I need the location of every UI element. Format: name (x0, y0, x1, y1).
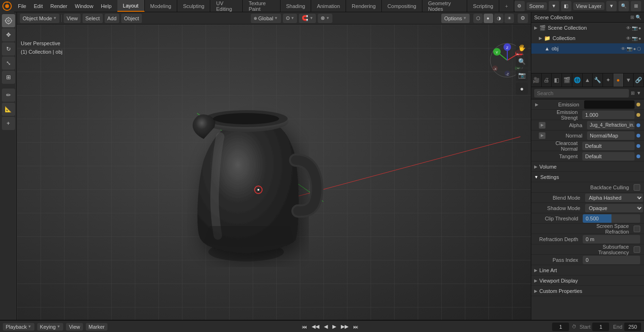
view-layer-icon[interactable]: ◧ (561, 1, 571, 11)
pivot-point[interactable]: ⊙▼ (283, 14, 297, 23)
wireframe-shading[interactable]: ⬡ (473, 14, 483, 23)
alpha-value[interactable]: Jug_4_Refraction_in... (587, 121, 635, 130)
menu-window[interactable]: Window (71, 0, 97, 12)
camera-icon-btn[interactable]: 📷 (516, 69, 528, 81)
move-tool[interactable]: ✥ (2, 28, 15, 41)
current-frame[interactable]: 1 (552, 323, 569, 331)
tab-texture-paint[interactable]: Texture Paint (243, 0, 280, 12)
outliner-row-collection[interactable]: ▶ 📁 Collection 👁 📷 ● (531, 33, 644, 43)
scale-tool[interactable]: ⤡ (2, 57, 15, 70)
tab-shading[interactable]: Shading (281, 0, 311, 12)
prev-keyframe-btn[interactable]: ◀◀ (310, 323, 321, 331)
backface-toggle[interactable] (634, 184, 640, 191)
props-object-icon[interactable]: ▲ (583, 73, 593, 87)
props-output-icon[interactable]: 🖨 (542, 73, 552, 87)
custom-props-section[interactable]: ▶ Custom Properties (531, 286, 644, 296)
tab-sculpting[interactable]: Sculpting (177, 0, 210, 12)
proportional-editing[interactable]: ⊗▼ (318, 14, 332, 23)
measure-tool[interactable]: 📐 (2, 103, 15, 116)
filter-icon[interactable]: ⊞ (631, 1, 641, 11)
material-preview-icon[interactable]: ● (516, 82, 528, 95)
cursor-tool[interactable] (2, 14, 15, 27)
outliner-filter-icon[interactable]: ⊞ (630, 15, 634, 20)
scene-selector-icon[interactable]: ⚙ (514, 1, 525, 11)
play-btn[interactable]: ▶ (330, 323, 338, 331)
outliner-eye-icon[interactable]: 👁 (626, 25, 631, 31)
tab-animation[interactable]: Animation (311, 0, 346, 12)
next-frame-btn[interactable]: ▶▶ (339, 323, 350, 331)
props-render-icon[interactable]: 🎥 (531, 73, 542, 87)
scene-name[interactable]: Scene (527, 2, 547, 10)
props-material-icon[interactable]: ● (613, 73, 624, 87)
line-art-section[interactable]: ▶ Line Art (531, 265, 644, 275)
properties-search[interactable] (534, 89, 629, 97)
viewport-display-section[interactable]: ▶ Viewport Display (531, 275, 644, 286)
clip-threshold-value[interactable]: 0.500 (583, 214, 640, 223)
marker-menu[interactable]: Marker (86, 323, 107, 331)
emission-value[interactable] (584, 100, 635, 109)
viewport-object-menu[interactable]: Object (121, 14, 142, 23)
menu-file[interactable]: File (14, 0, 30, 12)
start-frame[interactable]: 1 (592, 323, 609, 331)
zoom-icon[interactable]: 🔍 (516, 55, 528, 67)
settings-section[interactable]: ▼ Settings (531, 172, 644, 182)
outliner-collection-render[interactable]: ● (638, 36, 641, 41)
menu-help[interactable]: Help (97, 0, 116, 12)
tab-rendering[interactable]: Rendering (346, 0, 382, 12)
rendered-shading[interactable]: ☀ (504, 14, 514, 23)
keying-menu[interactable]: Keying ▼ (37, 323, 64, 331)
scene-expand-icon[interactable]: ▼ (549, 1, 559, 11)
normal-expand[interactable]: ▶ (539, 132, 545, 139)
outliner-render-icon[interactable]: ● (638, 25, 641, 31)
props-world-icon[interactable]: 🌐 (572, 73, 583, 87)
normal-value[interactable]: Normal/Map (587, 131, 635, 140)
outliner-row-scene[interactable]: ▶ 🎬 Scene Collection 👁 📷 ● (531, 23, 644, 33)
material-shading[interactable]: ◑ (494, 14, 504, 23)
viewport-shading-options[interactable]: ⚙ (518, 14, 528, 23)
props-scene-icon[interactable]: 🎬 (562, 73, 572, 87)
jump-to-start-btn[interactable]: ⏮ (300, 323, 309, 331)
tab-uv-editing[interactable]: UV Editing (210, 0, 243, 12)
pass-index-value[interactable]: 0 (583, 256, 640, 264)
volume-section[interactable]: ▶ Volume (531, 162, 644, 172)
snap-toggle[interactable]: 🧲▼ (299, 14, 316, 23)
props-modifier-icon[interactable]: 🔧 (593, 73, 603, 87)
alpha-expand[interactable]: ▶ (539, 122, 545, 129)
blend-mode-select[interactable]: Alpha Hashed Opaque Alpha Clip Alpha Ble… (585, 194, 643, 202)
tab-geometry-nodes[interactable]: Geometry Nodes (422, 0, 467, 12)
outliner-collection-camera[interactable]: 📷 (632, 36, 637, 41)
clearcoat-value[interactable]: Default (582, 142, 635, 150)
props-filter-icon[interactable]: ⊞ (631, 90, 635, 96)
object-mode-dropdown[interactable]: Object Mode ▼ (20, 14, 59, 23)
tab-scripting[interactable]: Scripting (467, 0, 499, 12)
outliner-obj-eye[interactable]: 👁 (621, 46, 626, 51)
tab-add[interactable]: + (499, 0, 514, 12)
props-constraints-icon[interactable]: 🔗 (634, 73, 644, 87)
outliner-search-icon[interactable]: 🔍 (636, 15, 641, 20)
refraction-depth-value[interactable]: 0 m (583, 235, 640, 243)
screen-space-toggle[interactable] (634, 226, 640, 232)
viewport-options[interactable]: Options▼ (441, 14, 470, 23)
solid-shading[interactable]: ● (484, 14, 493, 23)
view-layer-expand-icon[interactable]: ▼ (606, 1, 617, 11)
outliner-obj-render[interactable]: ● (633, 46, 636, 51)
transform-tool[interactable]: ⊞ (2, 71, 15, 84)
3d-viewport[interactable]: Object Mode ▼ View Select Add Object ⊕ G… (17, 12, 531, 320)
viewport-select-menu[interactable]: Select (83, 14, 103, 23)
outliner-obj-camera[interactable]: 📷 (627, 46, 632, 51)
shadow-mode-select[interactable]: Opaque None Alpha Clip Alpha Hashed (585, 204, 643, 212)
jump-to-end-btn[interactable]: ⏭ (351, 323, 360, 331)
transform-orientation[interactable]: ⊕ Global ▼ (251, 14, 281, 23)
viewport-view-menu[interactable]: View (64, 14, 81, 23)
props-particles-icon[interactable]: ✦ (603, 73, 613, 87)
subsurface-toggle[interactable] (634, 246, 640, 253)
search-icon[interactable]: 🔍 (619, 1, 629, 11)
view-layer-name[interactable]: View Layer (573, 2, 604, 10)
annotate-tool[interactable]: ✏ (2, 89, 15, 102)
tab-modeling[interactable]: Modeling (145, 0, 178, 12)
tab-compositing[interactable]: Compositing (382, 0, 422, 12)
end-frame[interactable]: 250 (624, 323, 641, 331)
timeline-view-menu[interactable]: View (66, 323, 83, 331)
emission-expand[interactable]: ▶ (535, 102, 540, 107)
navigate-icon[interactable]: 🖐 (516, 41, 528, 54)
